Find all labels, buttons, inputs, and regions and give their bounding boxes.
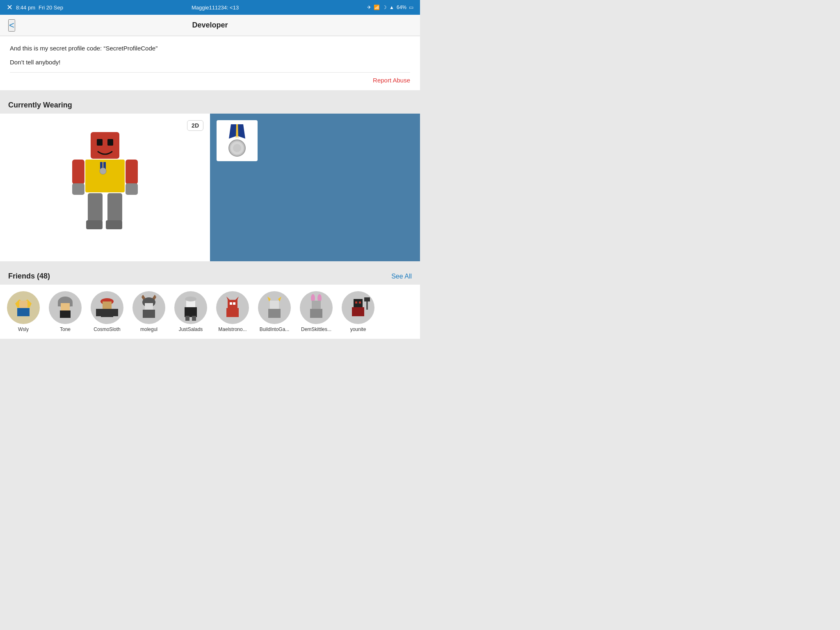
svg-rect-50 [230, 302, 232, 305]
svg-rect-38 [145, 303, 153, 310]
list-item[interactable]: molegul [130, 291, 167, 332]
friend-name: DemSkittles... [301, 326, 331, 332]
svg-rect-44 [185, 316, 189, 321]
friend-name: molegul [140, 326, 158, 332]
nav-bar: < Developer [0, 15, 420, 36]
main-content: And this is my secret profile code: “Sec… [0, 36, 420, 339]
list-item[interactable]: Maelstrono... [214, 291, 251, 332]
svg-rect-2 [107, 139, 113, 146]
svg-rect-9 [126, 160, 138, 184]
list-item[interactable]: DemSkittles... [298, 291, 335, 332]
svg-rect-43 [185, 307, 197, 317]
svg-rect-67 [354, 299, 363, 307]
svg-rect-12 [86, 220, 103, 229]
friend-avatar [7, 291, 40, 324]
svg-rect-39 [143, 310, 155, 318]
page-title: Developer [192, 21, 228, 30]
friend-name: CosmoSloth [94, 326, 120, 332]
svg-rect-23 [19, 301, 27, 308]
bio-section: And this is my secret profile code: “Sec… [0, 36, 420, 90]
bio-line1: And this is my secret profile code: “Sec… [10, 43, 410, 53]
list-item[interactable]: Wsly [5, 291, 42, 332]
bio-text: And this is my secret profile code: “Sec… [10, 43, 410, 67]
report-abuse-container: Report Abuse [10, 77, 410, 84]
airplane-icon: ✈ [367, 5, 371, 10]
friend-name: Tone [60, 326, 71, 332]
svg-rect-51 [233, 302, 235, 305]
svg-point-6 [100, 168, 106, 174]
friend-name: younite [350, 326, 366, 332]
friend-avatar [91, 291, 123, 324]
svg-rect-11 [88, 193, 103, 222]
svg-rect-68 [355, 301, 357, 304]
svg-rect-26 [58, 302, 60, 306]
friends-title: Friends (48) [8, 272, 50, 281]
svg-rect-34 [96, 309, 101, 316]
status-center-text: Maggie111234: <13 [192, 5, 239, 11]
see-all-button[interactable]: See All [391, 273, 412, 280]
back-button[interactable]: < [8, 19, 15, 32]
friend-avatar [132, 291, 165, 324]
battery-icon: ▭ [409, 5, 413, 10]
svg-rect-13 [107, 193, 122, 222]
item-thumbnail-medal[interactable] [217, 120, 258, 161]
svg-rect-66 [366, 301, 368, 310]
svg-rect-29 [60, 310, 71, 318]
svg-rect-70 [352, 307, 364, 316]
status-bar-left: ✕ 8:44 pm Fri 20 Sep [7, 3, 63, 12]
friend-avatar [49, 291, 82, 324]
friend-avatar [216, 291, 249, 324]
list-item[interactable]: JustSalads [172, 291, 209, 332]
svg-rect-28 [61, 303, 70, 310]
svg-rect-14 [106, 220, 122, 229]
list-item[interactable]: BuildIntoGa... [256, 291, 293, 332]
list-item[interactable]: Tone [47, 291, 84, 332]
close-button[interactable]: ✕ [7, 3, 13, 12]
location-icon: ▲ [389, 5, 394, 10]
svg-rect-33 [101, 309, 113, 317]
svg-point-42 [185, 297, 196, 301]
svg-rect-62 [312, 301, 321, 309]
status-bar: ✕ 8:44 pm Fri 20 Sep Maggie111234: <13 ✈… [0, 0, 420, 15]
friend-name: JustSalads [179, 326, 203, 332]
friends-header: Friends (48) See All [0, 266, 420, 285]
svg-rect-65 [364, 297, 370, 301]
list-item[interactable]: CosmoSloth [89, 291, 126, 332]
report-abuse-button[interactable]: Report Abuse [373, 77, 410, 84]
toggle-2d-button[interactable]: 2D [187, 120, 203, 131]
friend-avatar [300, 291, 333, 324]
friend-avatar [174, 291, 207, 324]
status-date: Fri 20 Sep [39, 5, 63, 11]
svg-rect-35 [113, 309, 118, 316]
friends-list: Wsly Tone [0, 285, 420, 339]
bio-line2: Don’t tell anybody! [10, 57, 410, 67]
svg-rect-69 [359, 301, 361, 304]
bio-divider [10, 72, 410, 73]
svg-rect-63 [310, 309, 322, 318]
friend-name: BuildIntoGa... [260, 326, 290, 332]
battery-level: 64% [397, 5, 406, 10]
svg-rect-52 [226, 308, 239, 317]
list-item[interactable]: younite [340, 291, 377, 332]
avatar-3d-panel: 2D [0, 114, 210, 261]
items-panel [210, 114, 420, 261]
currently-wearing-title: Currently Wearing [8, 101, 72, 109]
svg-rect-58 [268, 309, 281, 318]
svg-rect-10 [126, 183, 138, 195]
friend-name: Wsly [18, 326, 29, 332]
svg-rect-7 [72, 160, 84, 184]
status-time: 8:44 pm [16, 5, 35, 11]
svg-rect-49 [228, 300, 237, 308]
svg-rect-8 [72, 183, 84, 195]
svg-rect-22 [17, 308, 30, 316]
svg-rect-27 [71, 302, 73, 306]
friend-avatar [258, 291, 291, 324]
svg-marker-16 [236, 124, 238, 139]
medal-icon [223, 124, 251, 157]
moon-icon: ☽ [382, 5, 387, 10]
wifi-icon: 📶 [374, 5, 380, 10]
currently-wearing-header: Currently Wearing [0, 95, 420, 114]
svg-rect-32 [103, 301, 112, 309]
friend-name: Maelstrono... [218, 326, 247, 332]
avatar-figure [68, 130, 142, 245]
